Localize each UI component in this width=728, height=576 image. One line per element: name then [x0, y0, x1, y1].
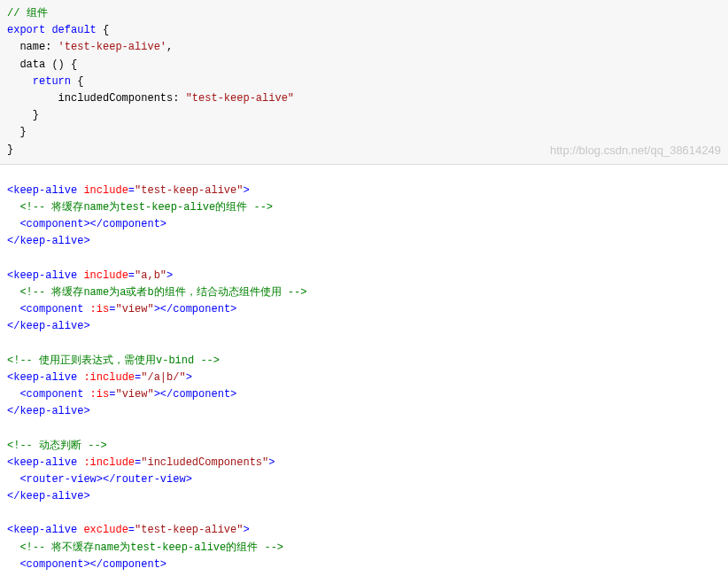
code-string: 'test-keep-alive' [58, 41, 167, 53]
tag: > [160, 218, 167, 230]
code-text: } [7, 144, 13, 156]
tag: = [128, 184, 135, 197]
code-text: } [7, 109, 39, 121]
tag: component [103, 558, 160, 571]
code-block-1: // 组件 export default { name: 'test-keep-… [0, 0, 728, 165]
tag: keep-alive [13, 269, 77, 282]
comment: <!-- 将不缓存name为test-keep-alive的组件 --> [7, 541, 283, 554]
tag: < [7, 558, 27, 571]
tag: keep-alive [19, 320, 83, 332]
code-string: "test-keep-alive" [186, 92, 294, 105]
tag: router-view [115, 473, 185, 486]
tag: > [186, 371, 192, 384]
tag: </ [7, 320, 19, 332]
attr: exclude [77, 524, 128, 536]
attr: include [77, 184, 128, 197]
code-text: data () { [7, 58, 77, 71]
comment: <!-- 动态判断 --> [7, 440, 107, 452]
comment: <!-- 将缓存name为test-keep-alive的组件 --> [7, 201, 273, 214]
watermark-text: http://blog.csdn.net/qq_38614249 [550, 142, 721, 160]
tag: ></ [83, 558, 103, 571]
code-keyword: export default [7, 24, 97, 36]
comment: <!-- 使用正则表达式，需使用v-bind --> [7, 354, 220, 367]
tag: > [230, 303, 236, 315]
str: "test-keep-alive" [135, 184, 243, 197]
tag: > [83, 490, 89, 502]
tag: > [83, 320, 89, 332]
code-text: name: [7, 41, 58, 53]
tag: > [167, 269, 173, 282]
tag: > [230, 388, 236, 401]
tag: keep-alive [13, 184, 77, 197]
tag: ></ [154, 388, 174, 401]
code-text: } [7, 126, 27, 138]
attr: include [77, 269, 128, 282]
tag: ></ [97, 473, 116, 486]
code-text: includedComponents: [7, 92, 186, 105]
comment: <!-- 将缓存name为a或者b的组件，结合动态组件使用 --> [7, 286, 306, 299]
tag: ></ [83, 218, 103, 230]
tag: > [160, 558, 167, 571]
code-text [7, 75, 33, 88]
tag: keep-alive [13, 371, 77, 384]
str: "view" [115, 388, 153, 401]
tag: component [173, 388, 230, 401]
tag: < [7, 218, 27, 230]
code-text: { [71, 75, 83, 88]
tag: < [7, 473, 27, 486]
tag: < [7, 303, 27, 315]
attr: :include [77, 456, 135, 469]
str: "/a|b/" [141, 371, 185, 384]
tag: ></ [154, 303, 174, 315]
attr: :include [77, 371, 135, 384]
tag: </ [7, 405, 19, 417]
tag: keep-alive [13, 524, 77, 536]
str: "view" [115, 303, 153, 315]
tag: = [128, 524, 135, 536]
tag: > [83, 405, 89, 417]
tag: </ [7, 490, 19, 502]
code-text: , [167, 41, 173, 53]
tag: > [83, 235, 89, 247]
tag: component [103, 218, 160, 230]
code-block-2: <keep-alive include="test-keep-alive"> <… [0, 177, 728, 576]
tag: > [268, 456, 275, 469]
code-keyword: return [33, 75, 71, 88]
code-text: { [97, 24, 109, 36]
tag: > [243, 184, 249, 197]
tag: = [128, 269, 135, 282]
tag: router-view [27, 473, 97, 486]
tag: component [27, 558, 84, 571]
tag: keep-alive [19, 490, 83, 502]
code-comment: // 组件 [7, 7, 48, 19]
tag: > [186, 473, 192, 486]
str: "test-keep-alive" [135, 524, 243, 536]
tag: </ [7, 235, 19, 247]
tag: keep-alive [19, 405, 83, 417]
str: "includedComponents" [141, 456, 268, 469]
str: "a,b" [135, 269, 167, 282]
attr: :is [83, 303, 109, 315]
tag: component [27, 303, 84, 315]
attr: :is [83, 388, 109, 401]
tag: keep-alive [13, 456, 77, 469]
tag: > [243, 524, 249, 536]
tag: component [173, 303, 230, 315]
tag: component [27, 388, 84, 401]
tag: < [7, 388, 27, 401]
tag: component [27, 218, 84, 230]
tag: keep-alive [19, 235, 83, 247]
